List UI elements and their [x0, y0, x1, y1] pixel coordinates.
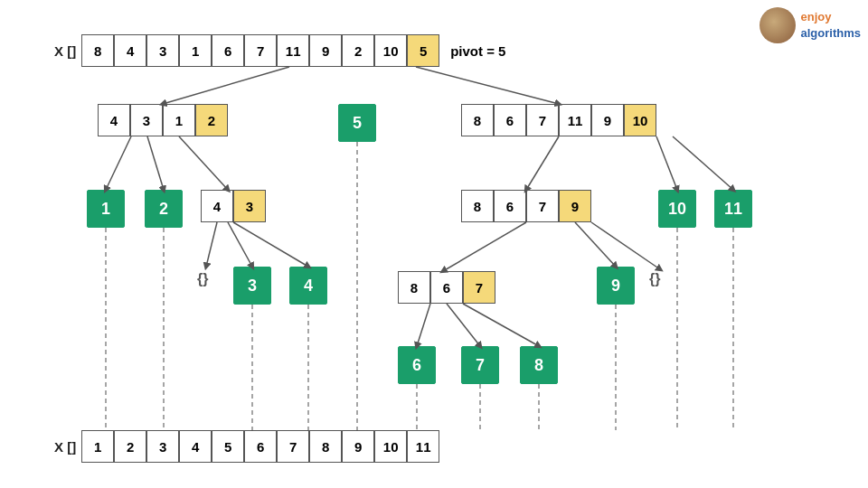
cell-9: 9 [309, 34, 342, 67]
l2-l-1: 1 [163, 104, 195, 136]
l5-green-7: 7 [461, 346, 499, 384]
b-10: 10 [374, 430, 407, 463]
cell-1: 1 [179, 34, 212, 67]
cell-4: 4 [114, 34, 146, 67]
l3-g10: 10 [658, 190, 696, 228]
l3-4: 4 [201, 190, 233, 222]
logo-algorithms: algorithms [801, 25, 861, 42]
b-3: 3 [146, 430, 179, 463]
svg-line-7 [673, 136, 733, 190]
l3-43-array: 4 3 [201, 190, 266, 222]
l2-left-array: 4 3 1 2 [98, 104, 228, 136]
svg-line-3 [147, 136, 164, 190]
cell-2: 2 [342, 34, 374, 67]
l2-green-5: 5 [338, 104, 376, 142]
l4-green-9: 9 [597, 267, 635, 305]
b-4: 4 [179, 430, 212, 463]
svg-line-16 [463, 304, 539, 346]
logo-text: enjoy algorithms [801, 9, 861, 42]
cell-5-pivot: 5 [407, 34, 439, 67]
cell-8: 8 [81, 34, 114, 67]
top-array: X [] 8 4 3 1 6 7 11 9 2 10 5 pivot = 5 [54, 34, 505, 67]
svg-line-9 [228, 222, 252, 267]
l3-r-9-pivot: 9 [559, 190, 591, 222]
svg-line-11 [443, 222, 526, 271]
b-11: 11 [407, 430, 439, 463]
l2-l-3: 3 [130, 104, 163, 136]
logo-icon [760, 7, 796, 43]
l4-empty-right: {} [649, 271, 660, 287]
l5-green-6: 6 [398, 346, 436, 384]
l5-green-8: 8 [520, 346, 558, 384]
b-6: 6 [244, 430, 277, 463]
l3-green-11: 11 [714, 190, 752, 228]
l3-green-10: 10 [658, 190, 696, 228]
svg-line-14 [417, 304, 430, 346]
svg-line-10 [233, 222, 308, 267]
svg-line-6 [656, 136, 677, 190]
svg-line-4 [179, 136, 228, 190]
b-2: 2 [114, 430, 146, 463]
cell-3: 3 [146, 34, 179, 67]
l3-r-8: 8 [461, 190, 494, 222]
l4-green-3: 3 [233, 267, 271, 305]
connector-lines [0, 0, 868, 488]
l4-r-7-pivot: 7 [463, 271, 495, 304]
b-7: 7 [277, 430, 309, 463]
logo: enjoy algorithms [760, 7, 861, 43]
b-1: 1 [81, 430, 114, 463]
l4-r-8: 8 [398, 271, 430, 304]
l3-g11: 11 [714, 190, 752, 228]
l4-g9: 9 [597, 267, 635, 305]
svg-line-15 [447, 304, 480, 346]
cell-10: 10 [374, 34, 407, 67]
svg-line-0 [163, 67, 289, 104]
l4-r-6: 6 [430, 271, 463, 304]
l3-right-array: 8 6 7 9 [461, 190, 591, 222]
svg-line-12 [575, 222, 616, 267]
svg-line-13 [591, 222, 660, 269]
cell-6: 6 [212, 34, 244, 67]
logo-enjoy: enjoy [801, 9, 861, 25]
l2-r-7: 7 [526, 104, 559, 136]
svg-line-5 [526, 136, 559, 190]
l3-g2: 2 [145, 190, 183, 228]
l2-r-6: 6 [494, 104, 526, 136]
l2-r-10-pivot: 10 [624, 104, 656, 136]
svg-line-8 [206, 222, 217, 267]
l3-green-1: 1 [87, 190, 125, 228]
l2-pivot-5: 5 [338, 104, 376, 142]
b-8: 8 [309, 430, 342, 463]
l3-r-6: 6 [494, 190, 526, 222]
l5-g7: 7 [461, 346, 499, 384]
bottom-array-label: X [] [54, 439, 76, 455]
l5-g6: 6 [398, 346, 436, 384]
l3-g1: 1 [87, 190, 125, 228]
l4-empty-left: {} [197, 271, 208, 287]
l3-r-7: 7 [526, 190, 559, 222]
l3-3-pivot: 3 [233, 190, 266, 222]
l4-green-4: 4 [289, 267, 327, 305]
cell-11: 11 [277, 34, 309, 67]
l4-right-array: 8 6 7 [398, 271, 495, 304]
l2-r-8: 8 [461, 104, 494, 136]
svg-line-2 [106, 136, 131, 190]
top-array-label: X [] [54, 43, 76, 59]
cell-7: 7 [244, 34, 277, 67]
pivot-label: pivot = 5 [450, 43, 505, 59]
bottom-array: X [] 1 2 3 4 5 6 7 8 9 10 11 [54, 430, 439, 463]
l4-g3: 3 [233, 267, 271, 305]
b-5: 5 [212, 430, 244, 463]
b-9: 9 [342, 430, 374, 463]
l5-g8: 8 [520, 346, 558, 384]
l2-l-4: 4 [98, 104, 130, 136]
l2-r-9: 9 [591, 104, 624, 136]
l4-g4: 4 [289, 267, 327, 305]
l3-green-2: 2 [145, 190, 183, 228]
l2-r-11: 11 [559, 104, 591, 136]
l2-right-array: 8 6 7 11 9 10 [461, 104, 656, 136]
svg-line-1 [416, 67, 559, 104]
l2-l-2-pivot: 2 [195, 104, 228, 136]
